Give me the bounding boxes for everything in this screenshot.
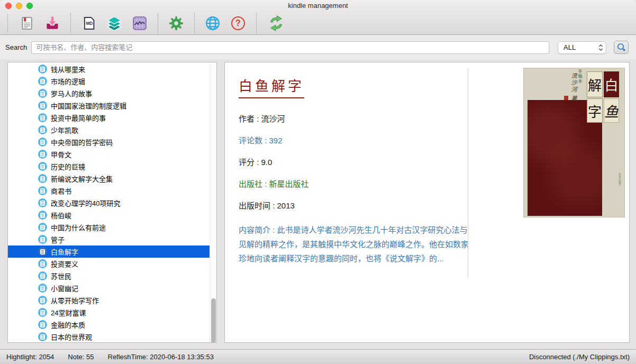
book-title-label: 市场的逻辑 bbox=[51, 76, 85, 86]
book-title-label: 中国为什么有前途 bbox=[51, 222, 106, 232]
md-file-icon: MD bbox=[81, 15, 96, 31]
book-cover-image: 手稿本 流沙河 著 解 白 字 鱼 新星出版社 bbox=[523, 68, 625, 217]
book-title-label: 日本的世界观 bbox=[51, 332, 92, 342]
notes-document-button[interactable] bbox=[18, 14, 36, 33]
list-item[interactable]: 金融的本质 bbox=[8, 319, 210, 331]
list-item[interactable]: 投资要义 bbox=[8, 258, 210, 270]
note-count: Note: 55 bbox=[68, 353, 94, 361]
book-title-label: 改变心理学的40项研究 bbox=[51, 198, 120, 208]
list-item[interactable]: 中国国家治理的制度逻辑 bbox=[8, 99, 210, 112]
book-list-panel: 钱从哪里来市场的逻辑罗马人的故事中国国家治理的制度逻辑投资中最简单的事少年凯歌中… bbox=[7, 62, 217, 343]
import-clippings-button[interactable] bbox=[43, 14, 61, 33]
svg-text:MD: MD bbox=[86, 21, 93, 26]
note-icon bbox=[38, 320, 47, 329]
list-item[interactable]: 少年凯歌 bbox=[8, 124, 210, 136]
list-item[interactable]: 投资中最简单的事 bbox=[8, 112, 210, 124]
note-icon bbox=[38, 271, 47, 280]
list-item[interactable]: 日本的世界观 bbox=[8, 331, 210, 343]
cover-char: 白 bbox=[604, 71, 619, 97]
titlebar[interactable]: kindle management bbox=[0, 0, 636, 12]
note-icon bbox=[38, 211, 47, 220]
sidebar-scrollbar[interactable] bbox=[210, 62, 216, 342]
list-item[interactable]: 白鱼解字 bbox=[8, 245, 210, 258]
highlight-count: Hightlight: 2054 bbox=[6, 353, 54, 361]
note-icon bbox=[38, 235, 47, 244]
note-icon bbox=[38, 125, 47, 134]
app-window: kindle management bbox=[0, 0, 636, 364]
list-item[interactable]: 历史的巨镜 bbox=[8, 160, 210, 172]
merge-layers-button[interactable] bbox=[105, 14, 123, 33]
list-item[interactable]: 甲骨文 bbox=[8, 148, 210, 160]
note-icon bbox=[38, 296, 47, 305]
book-title-label: 白鱼解字 bbox=[51, 247, 78, 257]
search-magnifier-icon bbox=[616, 42, 626, 52]
close-button[interactable] bbox=[5, 3, 12, 9]
fullscreen-button[interactable] bbox=[26, 3, 33, 9]
traffic-lights bbox=[5, 3, 33, 9]
popup-chevrons-icon bbox=[598, 44, 603, 51]
list-item[interactable]: 杨伯峻 bbox=[8, 209, 210, 221]
note-icon bbox=[38, 89, 47, 98]
search-button[interactable] bbox=[614, 41, 629, 54]
layers-icon bbox=[106, 15, 122, 31]
list-item[interactable]: 商君书 bbox=[8, 185, 210, 197]
book-publisher: 出版社 : 新星出版社 bbox=[239, 179, 469, 188]
content-area: 钱从哪里来市场的逻辑罗马人的故事中国国家治理的制度逻辑投资中最简单的事少年凯歌中… bbox=[0, 59, 636, 349]
book-title-label: 中央帝国的哲学密码 bbox=[51, 137, 113, 147]
book-title-label: 杨伯峻 bbox=[51, 210, 71, 220]
note-icon bbox=[38, 259, 47, 268]
list-item[interactable]: 市场的逻辑 bbox=[8, 75, 210, 87]
note-icon bbox=[38, 223, 47, 232]
settings-button[interactable] bbox=[167, 14, 185, 33]
list-item[interactable]: 罗马人的故事 bbox=[8, 87, 210, 99]
book-title-label: 24堂财富课 bbox=[51, 307, 86, 317]
list-item[interactable]: 中央帝国的哲学密码 bbox=[8, 136, 210, 148]
cover-author-signature: 流沙河 著 bbox=[569, 72, 578, 103]
book-title-label: 甲骨文 bbox=[51, 149, 71, 159]
book-title-label: 投资中最简单的事 bbox=[51, 113, 106, 123]
minimize-button[interactable] bbox=[16, 3, 22, 9]
note-icon bbox=[38, 162, 47, 171]
stats-chart-icon bbox=[132, 15, 148, 31]
book-title-label: 罗马人的故事 bbox=[51, 88, 92, 98]
list-item[interactable]: 新编说文解字大全集 bbox=[8, 172, 210, 185]
gear-icon bbox=[168, 15, 184, 31]
toolbar: MD bbox=[0, 12, 636, 35]
list-item[interactable]: 小窗幽记 bbox=[8, 282, 210, 294]
search-bar: Search ALL bbox=[0, 35, 636, 59]
globe-icon bbox=[205, 15, 221, 31]
toolbar-separator bbox=[256, 13, 257, 33]
book-title-label: 中国国家治理的制度逻辑 bbox=[51, 101, 126, 111]
toolbar-separator bbox=[194, 13, 195, 33]
book-title-label: 钱从哪里来 bbox=[51, 64, 85, 74]
list-item[interactable]: 管子 bbox=[8, 233, 210, 245]
website-button[interactable] bbox=[204, 14, 222, 33]
list-item[interactable]: 中国为什么有前途 bbox=[8, 221, 210, 233]
book-summary: 内容简介 : 此书是诗人学者流沙河先生几十年对古汉字研究心法与见解的精粹之作，是… bbox=[239, 223, 469, 266]
vertical-divider bbox=[468, 68, 468, 278]
list-item[interactable]: 从零开始学写作 bbox=[8, 294, 210, 306]
list-item[interactable]: 24堂财富课 bbox=[8, 306, 210, 319]
book-rating: 评分 : 9.0 bbox=[239, 158, 469, 167]
help-button[interactable]: ? bbox=[229, 14, 247, 33]
refresh-time: RefleshTime: 2020-06-18 13:35:53 bbox=[108, 353, 214, 361]
book-title-link[interactable]: 白鱼解字 bbox=[239, 75, 304, 98]
book-title-label: 苏世民 bbox=[51, 271, 71, 281]
book-comment-count: 评论数 : 392 bbox=[239, 136, 469, 145]
cover-red-seal bbox=[564, 96, 568, 100]
cover-spine-text: 新星出版社 bbox=[618, 173, 622, 186]
list-item[interactable]: 苏世民 bbox=[8, 270, 210, 282]
note-icon bbox=[38, 174, 47, 183]
refresh-button[interactable] bbox=[266, 14, 287, 33]
cover-char: 鱼 bbox=[604, 98, 619, 123]
statistics-button[interactable] bbox=[131, 14, 149, 33]
list-item[interactable]: 改变心理学的40项研究 bbox=[8, 197, 210, 209]
cover-char: 字 bbox=[587, 98, 603, 123]
toolbar-separator bbox=[158, 13, 158, 33]
search-input[interactable] bbox=[31, 41, 549, 54]
list-item[interactable]: 钱从哪里来 bbox=[8, 63, 210, 75]
export-markdown-button[interactable]: MD bbox=[80, 14, 98, 33]
filter-select[interactable]: ALL bbox=[558, 41, 606, 54]
note-icon bbox=[38, 65, 47, 74]
scrollbar-thumb[interactable] bbox=[211, 298, 216, 343]
